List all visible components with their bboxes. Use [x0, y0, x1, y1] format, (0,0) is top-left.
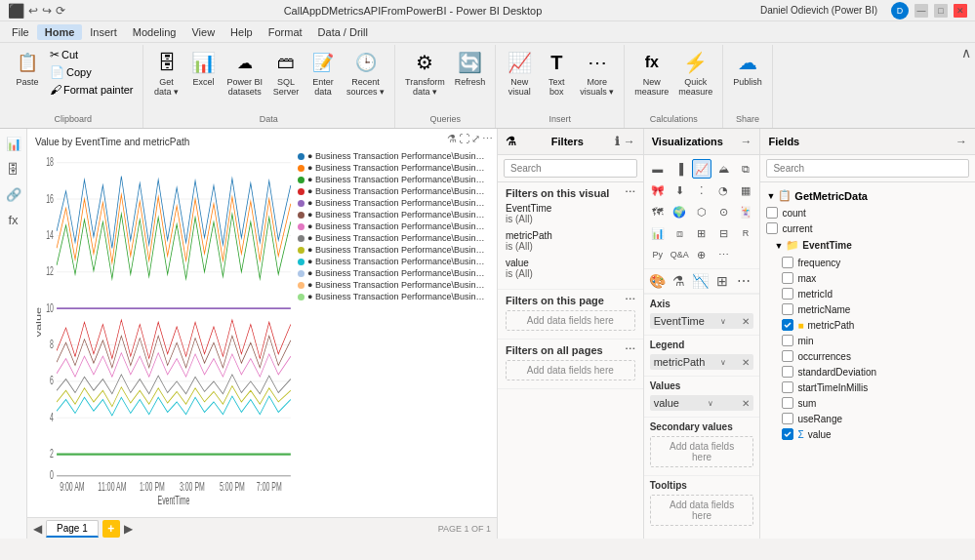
filter-chart-icon[interactable]: ⚗	[447, 133, 457, 145]
page-next-btn[interactable]: ▶	[124, 522, 133, 536]
viz-py-visual-btn[interactable]: Py	[648, 245, 668, 264]
refresh-button[interactable]: 🔄 Refresh	[451, 47, 490, 89]
viz-waterfall-btn[interactable]: ⬇	[670, 180, 689, 200]
field-count[interactable]: count	[760, 205, 975, 220]
field-standard-deviation[interactable]: standardDeviation	[760, 364, 975, 380]
add-secondary-values-btn[interactable]: Add data fields here	[650, 436, 754, 467]
redo-btn[interactable]: ↪	[42, 4, 52, 18]
viz-legend-remove-btn[interactable]: ✕	[742, 357, 750, 368]
viz-values-chevron[interactable]: ∨	[708, 399, 713, 408]
viz-more-btn[interactable]: ⋯	[713, 245, 733, 264]
data-view-icon[interactable]: 🗄	[3, 158, 24, 180]
menu-data-drill[interactable]: Data / Drill	[310, 24, 376, 40]
field-count-checkbox[interactable]	[766, 207, 778, 219]
viz-qa-btn[interactable]: Q&A	[670, 245, 689, 264]
viz-analytics-btn[interactable]: 📉	[691, 271, 711, 291]
viz-more2-btn[interactable]: ⋯	[734, 271, 753, 291]
field-min-checkbox[interactable]	[782, 335, 793, 346]
viz-r-visual-btn[interactable]: R	[736, 223, 755, 243]
viz-area-chart-btn[interactable]: ⛰	[713, 159, 733, 179]
field-standard-deviation-checkbox[interactable]	[782, 366, 793, 378]
viz-filled-map-btn[interactable]: 🌍	[670, 202, 689, 221]
viz-bar-chart-btn[interactable]: ▬	[648, 159, 668, 179]
transform-data-button[interactable]: ⚙ Transformdata ▾	[401, 47, 449, 99]
filters-search-input[interactable]	[504, 159, 637, 178]
filters-expand-icon[interactable]: →	[624, 135, 635, 148]
viz-funnel-btn[interactable]: ⬡	[692, 202, 711, 221]
field-max[interactable]: max	[760, 270, 975, 286]
field-min[interactable]: min	[760, 333, 975, 348]
field-metricid-checkbox[interactable]	[782, 288, 793, 300]
viz-kpi-btn[interactable]: 📊	[648, 223, 668, 243]
field-metricname[interactable]: metricName	[760, 301, 975, 317]
more-visuals-button[interactable]: ⋯ Morevisuals ▾	[576, 47, 618, 99]
viz-legend-chevron[interactable]: ∨	[720, 358, 726, 367]
field-current-checkbox[interactable]	[766, 222, 778, 234]
expand-chart-icon[interactable]: ⤢	[471, 133, 480, 145]
quick-measure-button[interactable]: ⚡ Quickmeasure	[674, 47, 716, 99]
excel-button[interactable]: 📊 Excel	[186, 47, 222, 89]
viz-filter2-btn[interactable]: ⚗	[670, 271, 689, 291]
viz-axis-chevron[interactable]: ∨	[720, 317, 726, 326]
menu-file[interactable]: File	[4, 24, 37, 40]
add-tooltips-btn[interactable]: Add data fields here	[650, 495, 754, 526]
field-frequency[interactable]: frequency	[760, 255, 975, 270]
enter-data-button[interactable]: 📝 Enterdata	[305, 47, 341, 99]
menu-modeling[interactable]: Modeling	[125, 24, 184, 40]
report-view-icon[interactable]: 📊	[3, 133, 24, 154]
field-metricpath-checkbox[interactable]	[782, 319, 793, 331]
viz-treemap-btn[interactable]: ▦	[736, 180, 755, 200]
viz-format-btn[interactable]: 🎨	[648, 271, 668, 291]
menu-insert[interactable]: Insert	[82, 24, 125, 40]
field-value[interactable]: Σ value	[760, 426, 975, 442]
viz-expand-icon[interactable]: →	[740, 135, 752, 148]
add-page-filter-btn[interactable]: Add data fields here	[506, 310, 635, 331]
field-group-eventtime[interactable]: ▼ 📁 EventTime	[760, 236, 975, 255]
field-sum-checkbox[interactable]	[782, 397, 793, 409]
page-tab[interactable]: Page 1	[46, 520, 99, 538]
viz-table-btn[interactable]: ⊞	[692, 223, 711, 243]
add-page-button[interactable]: +	[102, 520, 120, 538]
field-userange[interactable]: useRange	[760, 411, 975, 426]
filter-metricpath[interactable]: metricPath is (All)	[506, 230, 635, 252]
paste-button[interactable]: 📋 Paste	[10, 47, 45, 89]
viz-column-chart-btn[interactable]: ▐	[670, 159, 689, 179]
undo-btn[interactable]: ↩	[28, 4, 38, 18]
viz-line-chart-btn[interactable]: 📈	[692, 159, 711, 179]
filters-on-all-more[interactable]: ⋯	[625, 343, 635, 356]
focus-chart-icon[interactable]: ⛶	[459, 133, 469, 145]
publish-button[interactable]: ☁ Publish	[729, 47, 766, 89]
menu-home[interactable]: Home	[37, 24, 83, 40]
menu-view[interactable]: View	[183, 24, 223, 40]
filter-eventtime[interactable]: EventTime is (All)	[506, 203, 635, 224]
add-all-filter-btn[interactable]: Add data fields here	[506, 360, 635, 380]
viz-scatter-btn[interactable]: ⁚	[692, 180, 711, 200]
viz-combo-chart-btn[interactable]: ⧉	[736, 159, 755, 179]
power-bi-datasets-button[interactable]: ☁ Power BIdatasets	[223, 47, 267, 99]
viz-ribbon-btn[interactable]: 🎀	[648, 180, 668, 200]
viz-slicer-btn[interactable]: ⧈	[670, 223, 689, 243]
dax-icon[interactable]: fx	[3, 209, 24, 230]
maximize-btn[interactable]: □	[934, 4, 948, 18]
field-metricname-checkbox[interactable]	[782, 303, 793, 315]
ribbon-collapse-btn[interactable]: ∧	[961, 45, 971, 60]
field-metricid[interactable]: metricId	[760, 286, 975, 301]
field-occurrences-checkbox[interactable]	[782, 350, 793, 362]
viz-decomp-btn[interactable]: ⊕	[692, 245, 711, 264]
close-btn[interactable]: ✕	[954, 4, 967, 18]
fields-search-input[interactable]	[766, 159, 969, 178]
sql-server-button[interactable]: 🗃 SQLServer	[268, 47, 304, 99]
field-start-time-checkbox[interactable]	[782, 381, 793, 393]
fields-expand-icon[interactable]: →	[955, 135, 967, 148]
chart-svg-container[interactable]: 18 16 14 12 10 8 6 4 2 0 value 9:00 AM	[35, 151, 294, 504]
viz-matrix-btn[interactable]: ⊟	[713, 223, 733, 243]
field-max-checkbox[interactable]	[782, 272, 793, 284]
table-get-metric-data[interactable]: ▼ 📋 GetMetricData	[760, 186, 975, 205]
filters-on-visual-more[interactable]: ⋯	[625, 186, 635, 199]
format-painter-button[interactable]: 🖌 Format painter	[47, 82, 137, 98]
viz-fields-btn[interactable]: ⊞	[712, 271, 732, 291]
filters-info-icon[interactable]: ℹ	[615, 135, 620, 148]
menu-help[interactable]: Help	[223, 24, 261, 40]
viz-map-btn[interactable]: 🗺	[648, 202, 668, 221]
viz-axis-remove-btn[interactable]: ✕	[742, 316, 750, 327]
